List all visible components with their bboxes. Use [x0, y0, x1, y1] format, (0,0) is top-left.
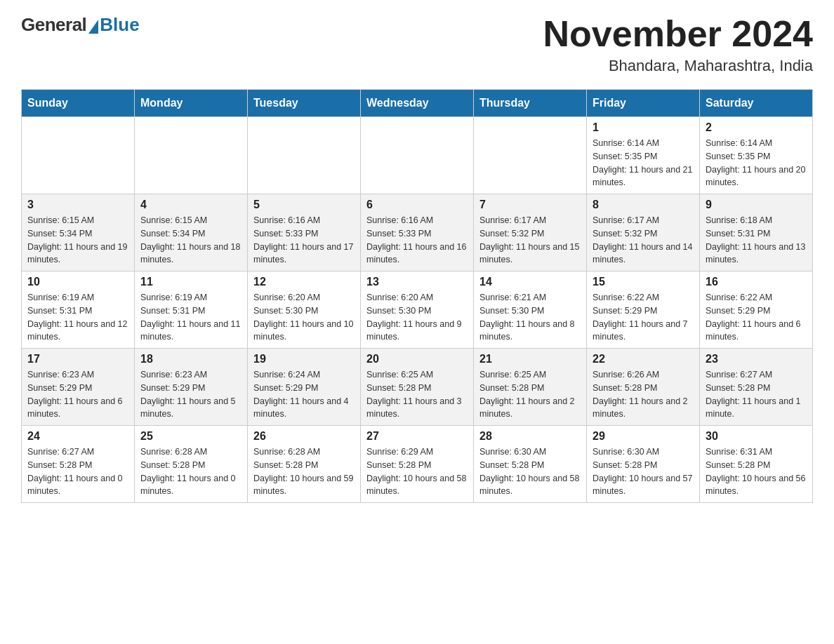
day-number: 29 [593, 430, 694, 443]
day-number: 25 [140, 430, 241, 443]
day-number: 15 [593, 276, 694, 288]
day-info: Sunrise: 6:16 AMSunset: 5:33 PMDaylight:… [253, 214, 355, 267]
calendar-cell [474, 117, 587, 194]
day-info: Sunrise: 6:20 AMSunset: 5:30 PMDaylight:… [366, 291, 468, 344]
logo-blue-text: Blue [100, 14, 139, 36]
day-number: 28 [479, 430, 581, 443]
calendar-cell: 28Sunrise: 6:30 AMSunset: 5:28 PMDayligh… [474, 426, 587, 503]
calendar-cell [135, 117, 248, 194]
day-number: 27 [366, 430, 468, 443]
day-number: 2 [706, 121, 807, 134]
calendar-cell [248, 117, 361, 194]
calendar-cell: 14Sunrise: 6:21 AMSunset: 5:30 PMDayligh… [474, 271, 587, 349]
calendar-cell: 10Sunrise: 6:19 AMSunset: 5:31 PMDayligh… [22, 271, 135, 349]
header-saturday: Saturday [700, 90, 813, 117]
day-number: 8 [593, 199, 694, 211]
calendar-table: SundayMondayTuesdayWednesdayThursdayFrid… [21, 89, 813, 503]
day-number: 7 [479, 199, 581, 211]
day-number: 17 [27, 353, 128, 365]
header-monday: Monday [135, 90, 248, 117]
day-info: Sunrise: 6:14 AMSunset: 5:35 PMDaylight:… [706, 137, 807, 189]
location-title: Bhandara, Maharashtra, India [543, 57, 813, 75]
week-row-4: 17Sunrise: 6:23 AMSunset: 5:29 PMDayligh… [22, 349, 813, 426]
calendar-cell: 17Sunrise: 6:23 AMSunset: 5:29 PMDayligh… [22, 349, 135, 426]
calendar-cell: 19Sunrise: 6:24 AMSunset: 5:29 PMDayligh… [248, 349, 361, 426]
day-info: Sunrise: 6:15 AMSunset: 5:34 PMDaylight:… [27, 214, 128, 267]
calendar-cell: 8Sunrise: 6:17 AMSunset: 5:32 PMDaylight… [587, 194, 700, 271]
day-number: 23 [706, 353, 807, 365]
day-info: Sunrise: 6:23 AMSunset: 5:29 PMDaylight:… [140, 368, 241, 421]
calendar-cell: 21Sunrise: 6:25 AMSunset: 5:28 PMDayligh… [474, 349, 587, 426]
day-info: Sunrise: 6:30 AMSunset: 5:28 PMDaylight:… [479, 445, 581, 498]
calendar-cell: 3Sunrise: 6:15 AMSunset: 5:34 PMDaylight… [22, 194, 135, 271]
logo: General Blue [21, 14, 140, 36]
calendar-header-row: SundayMondayTuesdayWednesdayThursdayFrid… [22, 90, 813, 117]
day-number: 24 [27, 430, 128, 443]
calendar-cell: 7Sunrise: 6:17 AMSunset: 5:32 PMDaylight… [474, 194, 587, 271]
day-info: Sunrise: 6:27 AMSunset: 5:28 PMDaylight:… [706, 368, 807, 421]
week-row-3: 10Sunrise: 6:19 AMSunset: 5:31 PMDayligh… [22, 271, 813, 349]
header-friday: Friday [587, 90, 700, 117]
day-number: 21 [479, 353, 581, 365]
week-row-2: 3Sunrise: 6:15 AMSunset: 5:34 PMDaylight… [22, 194, 813, 271]
logo-triangle-icon [88, 20, 98, 34]
day-info: Sunrise: 6:20 AMSunset: 5:30 PMDaylight:… [253, 291, 355, 344]
calendar-cell: 30Sunrise: 6:31 AMSunset: 5:28 PMDayligh… [700, 426, 813, 503]
calendar-cell: 29Sunrise: 6:30 AMSunset: 5:28 PMDayligh… [587, 426, 700, 503]
header-wednesday: Wednesday [361, 90, 474, 117]
day-number: 14 [479, 276, 581, 288]
day-info: Sunrise: 6:14 AMSunset: 5:35 PMDaylight:… [593, 137, 694, 189]
calendar-cell: 4Sunrise: 6:15 AMSunset: 5:34 PMDaylight… [135, 194, 248, 271]
day-number: 22 [593, 353, 694, 365]
day-number: 13 [366, 276, 468, 288]
day-info: Sunrise: 6:23 AMSunset: 5:29 PMDaylight:… [27, 368, 128, 421]
day-number: 16 [706, 276, 807, 288]
day-number: 9 [706, 199, 807, 211]
day-info: Sunrise: 6:16 AMSunset: 5:33 PMDaylight:… [366, 214, 468, 267]
calendar-cell: 24Sunrise: 6:27 AMSunset: 5:28 PMDayligh… [22, 426, 135, 503]
calendar-cell: 23Sunrise: 6:27 AMSunset: 5:28 PMDayligh… [700, 349, 813, 426]
day-number: 10 [27, 276, 128, 288]
day-info: Sunrise: 6:28 AMSunset: 5:28 PMDaylight:… [140, 445, 241, 498]
calendar-cell: 16Sunrise: 6:22 AMSunset: 5:29 PMDayligh… [700, 271, 813, 349]
day-info: Sunrise: 6:19 AMSunset: 5:31 PMDaylight:… [140, 291, 241, 344]
month-title: November 2024 [543, 14, 813, 54]
calendar-cell: 9Sunrise: 6:18 AMSunset: 5:31 PMDaylight… [700, 194, 813, 271]
calendar-cell: 11Sunrise: 6:19 AMSunset: 5:31 PMDayligh… [135, 271, 248, 349]
day-info: Sunrise: 6:24 AMSunset: 5:29 PMDaylight:… [253, 368, 355, 421]
day-number: 5 [253, 199, 355, 211]
calendar-cell: 12Sunrise: 6:20 AMSunset: 5:30 PMDayligh… [248, 271, 361, 349]
calendar-cell: 27Sunrise: 6:29 AMSunset: 5:28 PMDayligh… [361, 426, 474, 503]
week-row-5: 24Sunrise: 6:27 AMSunset: 5:28 PMDayligh… [22, 426, 813, 503]
calendar-cell [361, 117, 474, 194]
day-info: Sunrise: 6:26 AMSunset: 5:28 PMDaylight:… [593, 368, 694, 421]
day-number: 26 [253, 430, 355, 443]
day-info: Sunrise: 6:25 AMSunset: 5:28 PMDaylight:… [479, 368, 581, 421]
calendar-cell: 26Sunrise: 6:28 AMSunset: 5:28 PMDayligh… [248, 426, 361, 503]
page-header: General Blue November 2024 Bhandara, Mah… [21, 14, 813, 75]
day-number: 4 [140, 199, 241, 211]
calendar-cell: 2Sunrise: 6:14 AMSunset: 5:35 PMDaylight… [700, 117, 813, 194]
day-info: Sunrise: 6:31 AMSunset: 5:28 PMDaylight:… [706, 445, 807, 498]
day-info: Sunrise: 6:22 AMSunset: 5:29 PMDaylight:… [593, 291, 694, 344]
header-tuesday: Tuesday [248, 90, 361, 117]
day-number: 6 [366, 199, 468, 211]
calendar-cell: 1Sunrise: 6:14 AMSunset: 5:35 PMDaylight… [587, 117, 700, 194]
calendar-cell: 5Sunrise: 6:16 AMSunset: 5:33 PMDaylight… [248, 194, 361, 271]
calendar-cell [22, 117, 135, 194]
day-number: 18 [140, 353, 241, 365]
week-row-1: 1Sunrise: 6:14 AMSunset: 5:35 PMDaylight… [22, 117, 813, 194]
day-info: Sunrise: 6:15 AMSunset: 5:34 PMDaylight:… [140, 214, 241, 267]
day-number: 11 [140, 276, 241, 288]
day-info: Sunrise: 6:29 AMSunset: 5:28 PMDaylight:… [366, 445, 468, 498]
day-info: Sunrise: 6:21 AMSunset: 5:30 PMDaylight:… [479, 291, 581, 344]
day-info: Sunrise: 6:19 AMSunset: 5:31 PMDaylight:… [27, 291, 128, 344]
day-info: Sunrise: 6:30 AMSunset: 5:28 PMDaylight:… [593, 445, 694, 498]
calendar-cell: 22Sunrise: 6:26 AMSunset: 5:28 PMDayligh… [587, 349, 700, 426]
header-thursday: Thursday [474, 90, 587, 117]
day-info: Sunrise: 6:27 AMSunset: 5:28 PMDaylight:… [27, 445, 128, 498]
day-info: Sunrise: 6:28 AMSunset: 5:28 PMDaylight:… [253, 445, 355, 498]
day-number: 30 [706, 430, 807, 443]
calendar-cell: 18Sunrise: 6:23 AMSunset: 5:29 PMDayligh… [135, 349, 248, 426]
day-number: 1 [593, 121, 694, 134]
